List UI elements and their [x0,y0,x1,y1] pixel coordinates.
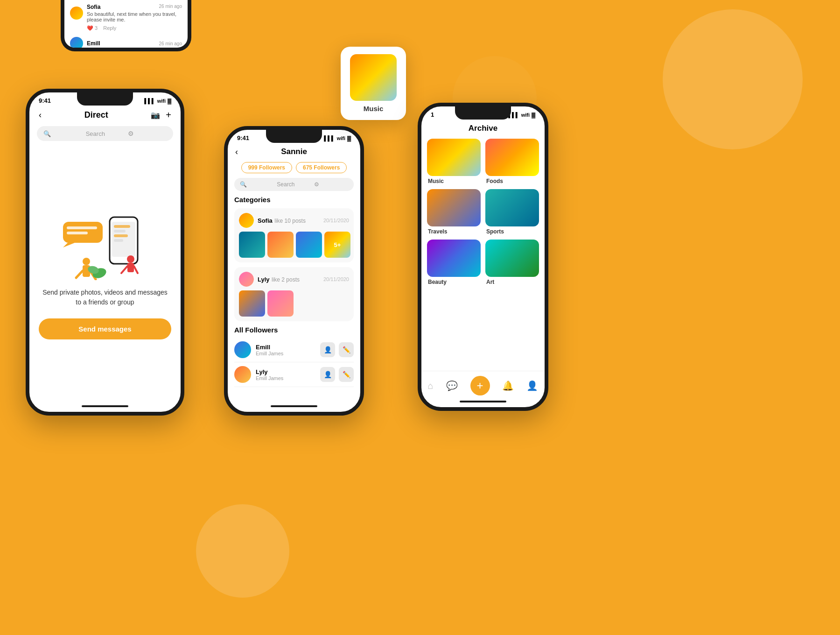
phone-notch-archive [455,106,511,120]
archive-label-sports: Sports [485,228,539,235]
archive-photo-foods [485,139,539,176]
follower-tags: 999 Followers 675 Followers [228,160,360,178]
direct-empty-text: Send private photos, videos and messages… [42,288,168,307]
emill-message-btn[interactable]: ✏️ [339,342,354,357]
archive-label-travels: Travels [427,228,481,235]
battery-icon: ▓ [168,98,171,104]
svg-rect-4 [114,234,128,237]
phone-profile: 9:41 ▌▌▌ wifi ▓ ‹ Sannie 999 Followers 6… [224,126,364,416]
search-icon: 🔍 [43,130,82,137]
music-popup-label: Music [364,105,384,113]
sofia-photos: 5+ [239,232,349,258]
signal-icon: ▌▌▌ [144,98,155,104]
sofia-reply[interactable]: Reply [103,25,116,31]
profile-back-button[interactable]: ‹ [235,147,238,157]
nav-home-icon[interactable]: ⌂ [427,381,433,391]
home-indicator-direct [82,405,128,407]
sofia-avatar [239,213,254,228]
followers-tag-2[interactable]: 675 Followers [296,162,347,173]
archive-photo-music [427,139,481,176]
profile-filter-icon[interactable]: ⚙ [314,181,348,188]
svg-marker-7 [63,243,75,247]
direct-illustration [58,210,152,280]
lyly-sub: Emill James [256,375,283,381]
back-button[interactable]: ‹ [39,110,42,120]
sofia-photo-1[interactable] [239,232,265,258]
svg-point-10 [83,258,90,265]
lyly-photo-1[interactable] [239,290,265,317]
nav-profile-icon[interactable]: 👤 [526,380,538,391]
music-popup-image [350,54,397,101]
archive-item-beauty[interactable]: Beauty [427,240,481,285]
send-messages-button[interactable]: Send messages [39,318,171,339]
phone-notch-direct [77,92,133,106]
nav-add-button[interactable]: + [470,376,490,395]
direct-search-bar[interactable]: 🔍 Search ⚙ [37,126,173,141]
profile-search-icon: 🔍 [240,181,274,188]
header-icons: 📷 + [151,110,171,120]
svg-point-14 [127,255,134,263]
search-placeholder: Search [86,130,125,137]
add-icon[interactable]: + [166,110,171,120]
archive-item-foods[interactable]: Foods [485,139,539,184]
followers-tag-1[interactable]: 999 Followers [241,162,292,173]
lyly-photo-2[interactable] [267,290,294,317]
svg-rect-8 [67,226,97,229]
battery-icon-2: ▓ [347,135,351,141]
profile-search-placeholder: Search [277,181,311,188]
direct-empty-state: Send private photos, videos and messages… [29,147,181,402]
lyly-date: 20/11/2020 [323,276,349,282]
archive-label-beauty: Beauty [427,279,481,285]
profile-search-bar[interactable]: 🔍 Search ⚙ [234,178,354,191]
archive-item-sports[interactable]: Sports [485,189,539,235]
lyly-like-text: like 2 posts [272,276,300,283]
emill-avatar [234,341,251,358]
profile-title: Sannie [281,147,307,156]
archive-item-art[interactable]: Art [485,240,539,285]
lyly2-avatar [234,366,251,383]
status-time-profile: 9:41 [237,134,249,141]
sofia-photo-2[interactable] [267,232,294,258]
emill-sub: Emill James [256,351,283,356]
phone-notch-profile [266,130,322,143]
status-time-direct: 9:41 [39,97,51,104]
svg-rect-2 [114,225,130,228]
svg-rect-15 [127,263,134,272]
svg-rect-5 [114,239,123,242]
lyly-message-btn[interactable]: ✏️ [339,367,354,382]
sofia-message: So beautiful, next time when you travel,… [87,11,182,22]
lyly-avatar [239,272,254,287]
archive-photo-beauty [427,240,481,277]
home-indicator-profile [271,405,317,407]
sofia-photo-3[interactable] [296,232,322,258]
sofia-like-text: like 10 posts [274,218,306,224]
sofia-photo-more[interactable]: 5+ [324,232,350,258]
nav-message-icon[interactable]: 💬 [446,380,458,391]
archive-photo-art [485,240,539,277]
top-partial-phone: Sofia 26 min ago So beautiful, next time… [61,0,191,51]
home-indicator-archive [460,401,506,402]
sofia-likes: ❤️ 3 [87,25,98,31]
lyly-profile-btn[interactable]: 👤 [320,367,335,382]
emill-name: Emill [87,40,100,47]
all-followers-title: All Followers [234,326,354,334]
phone-direct: 9:41 ▌▌▌ wifi ▓ ‹ Direct 📷 + 🔍 Search ⚙ [26,89,184,416]
direct-title: Direct [84,110,108,120]
archive-grid: Music Foods Travels Sports Beauty [421,139,545,371]
emill-time: 26 min ago [159,41,182,46]
svg-rect-9 [67,232,88,234]
nav-bell-icon[interactable]: 🔔 [502,380,514,391]
archive-photo-travels [427,189,481,226]
archive-item-music[interactable]: Music [427,139,481,184]
archive-title: Archive [421,120,545,139]
sofia-time: 26 min ago [159,4,182,10]
camera-icon[interactable]: 📷 [151,111,160,120]
follower-row-lyly: Lyly Emill James 👤 ✏️ [234,362,354,387]
archive-item-travels[interactable]: Travels [427,189,481,235]
emill-profile-btn[interactable]: 👤 [320,342,335,357]
wifi-icon: wifi [157,98,166,104]
signal-icon-2: ▌▌▌ [324,135,335,141]
svg-line-12 [76,271,83,278]
filter-icon[interactable]: ⚙ [128,130,167,137]
status-time-archive: 1 [431,111,434,118]
